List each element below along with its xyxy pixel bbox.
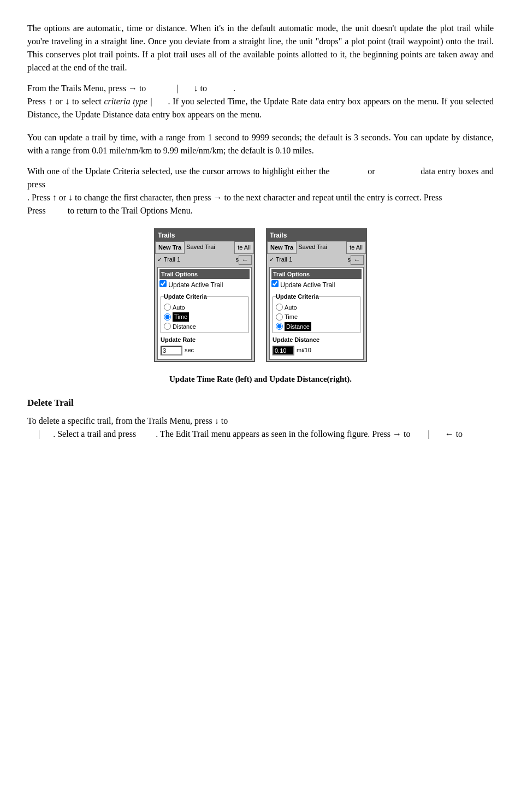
left-distance-label: Distance [173, 322, 196, 331]
right-trail-panel: Trails New Tra Saved Trai te All ✓ Trail… [266, 228, 367, 362]
left-auto-radio[interactable] [164, 304, 171, 311]
right-delete-all-btn[interactable]: te All [346, 241, 366, 254]
left-criteria-legend: Update Criteria [164, 292, 207, 301]
left-distance-radio[interactable] [164, 323, 171, 330]
left-trail-options-title: Trail Options [159, 269, 250, 280]
figures-row: Trails New Tra Saved Trai te All ✓ Trail… [27, 228, 494, 362]
right-distance-unit: mi/10 [297, 346, 311, 355]
left-top-buttons: New Tra Saved Trai te All [155, 241, 254, 254]
left-time-radio[interactable] [164, 313, 171, 321]
right-distance-radio[interactable] [276, 323, 283, 330]
left-rate-input[interactable] [161, 346, 182, 355]
right-checkbox-label: Update Active Trail [280, 281, 335, 289]
left-sub-options-box: Trail Options Update Active Trail Update… [157, 267, 252, 360]
right-update-criteria-fieldset: Update Criteria Auto Time Distance [273, 292, 360, 333]
p4d-text: . Press ↑ or ↓ to change the first chara… [27, 193, 442, 202]
left-checkbox-label: Update Active Trail [168, 281, 223, 289]
page-content: The options are automatic, time or dista… [27, 22, 494, 441]
left-auto-row: Auto [164, 303, 245, 312]
left-update-rate-section: Update Rate sec [161, 335, 248, 355]
p4e-prefix: Press [27, 206, 66, 215]
left-rate-value-row: sec [161, 346, 248, 355]
paragraph-4: With one of the Update Criteria selected… [27, 165, 494, 217]
left-update-criteria-fieldset: Update Criteria Auto Time Distance [161, 292, 248, 333]
left-rate-unit: sec [185, 346, 194, 355]
delete-trail-heading: Delete Trail [27, 396, 494, 410]
right-auto-label: Auto [285, 303, 297, 312]
right-distance-input[interactable] [273, 346, 294, 355]
p2c-text: Press ↑ or ↓ to select [27, 97, 102, 106]
right-time-label: Time [285, 312, 298, 322]
left-trail1-label: ✓ Trail 1 [157, 255, 236, 264]
p4a-text: With one of the Update Criteria selected… [27, 167, 330, 176]
paragraph-2: From the Trails Menu, press → to | ↓ to … [27, 82, 494, 121]
p5a-text: To delete a specific trail, from the Tra… [27, 416, 228, 425]
right-back-btn[interactable]: ← [351, 255, 364, 265]
right-distance-row: Distance [276, 322, 357, 331]
p4e-text: to return to the Trail Options Menu. [68, 206, 193, 215]
paragraph-3: You can update a trail by time, with a r… [27, 131, 494, 157]
right-rate-value-row: mi/10 [273, 346, 360, 355]
p4b-text: or [368, 167, 375, 176]
right-update-distance-section: Update Distance mi/10 [273, 335, 360, 355]
right-separator-row: ✓ Trail 1 s ← [267, 254, 366, 266]
left-rate-label: Update Rate [161, 335, 248, 345]
right-trail1-label: ✓ Trail 1 [269, 255, 348, 264]
right-rate-label: Update Distance [273, 335, 360, 345]
right-auto-radio[interactable] [276, 304, 283, 311]
right-panel-title: Trails [267, 229, 366, 241]
right-time-radio[interactable] [276, 313, 283, 321]
left-distance-row: Distance [164, 322, 245, 331]
left-update-active-checkbox[interactable] [159, 280, 167, 287]
right-top-buttons: New Tra Saved Trai te All [267, 241, 366, 254]
p5f-text: ← to [445, 429, 463, 438]
p2b-text: ↓ to [194, 84, 207, 93]
paragraph-5: To delete a specific trail, from the Tra… [27, 414, 494, 441]
left-panel-title: Trails [155, 229, 254, 241]
fig-caption: Update Time Rate (left) and Update Dista… [27, 373, 494, 386]
right-panel-body: New Tra Saved Trai te All ✓ Trail 1 s ← … [267, 241, 366, 360]
paragraph-1: The options are automatic, time or dista… [27, 22, 494, 74]
left-delete-all-btn[interactable]: te All [234, 241, 254, 254]
right-trail-options-title: Trail Options [271, 269, 362, 280]
left-saved-trail-label: Saved Trai [185, 241, 234, 254]
right-time-row: Time [276, 312, 357, 322]
p2d-text: criteria type | [104, 97, 152, 106]
p2a-text: From the Trails Menu, press → to [27, 84, 146, 93]
left-new-trail-btn[interactable]: New Tra [155, 241, 185, 254]
paragraph-2-block: From the Trails Menu, press → to | ↓ to … [27, 82, 494, 121]
right-checkbox-row: Update Active Trail [271, 280, 362, 290]
right-new-trail-btn[interactable]: New Tra [267, 241, 297, 254]
right-saved-trail-label: Saved Trai [297, 241, 346, 254]
right-update-active-checkbox[interactable] [271, 280, 279, 287]
right-distance-label: Distance [285, 322, 311, 331]
right-auto-row: Auto [276, 303, 357, 312]
left-separator-row: ✓ Trail 1 s ← [155, 254, 254, 266]
right-sub-options-box: Trail Options Update Active Trail Update… [269, 267, 364, 360]
left-auto-label: Auto [173, 303, 185, 312]
right-criteria-legend: Update Criteria [276, 292, 319, 301]
left-checkbox-row: Update Active Trail [159, 280, 250, 290]
p5d-text: . The Edit Trail menu appears as seen in… [156, 429, 410, 438]
left-time-row: Time [164, 312, 245, 322]
left-back-btn[interactable]: ← [239, 255, 252, 265]
left-time-label: Time [173, 312, 189, 322]
p5c-text: . Select a trail and press [53, 429, 136, 438]
left-panel-body: New Tra Saved Trai te All ✓ Trail 1 s ← … [155, 241, 254, 360]
left-trail-panel: Trails New Tra Saved Trai te All ✓ Trail… [154, 228, 255, 362]
